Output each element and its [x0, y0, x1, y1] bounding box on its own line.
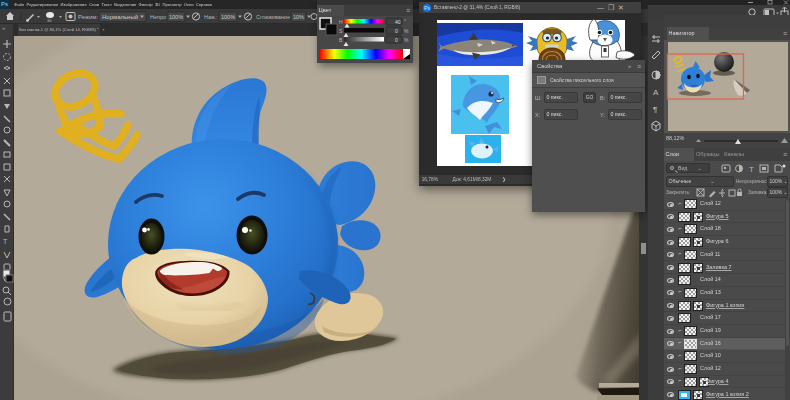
svg-text:«: « — [2, 25, 6, 31]
svg-text:10%: 10% — [293, 14, 304, 20]
svg-text:H: H — [339, 19, 343, 25]
svg-text:T: T — [3, 238, 8, 245]
svg-text:%: % — [404, 28, 409, 34]
svg-text:Нормальный: Нормальный — [102, 14, 138, 20]
svg-text:S: S — [339, 28, 343, 34]
svg-text:¶: ¶ — [653, 105, 657, 114]
svg-text:100%: 100% — [169, 14, 183, 20]
svg-text:Режим:: Режим: — [78, 14, 98, 20]
svg-text:T: T — [749, 165, 754, 174]
svg-text:Наж.:: Наж.: — [204, 14, 218, 20]
svg-text:Сглаживание:: Сглаживание: — [256, 14, 292, 20]
svg-text:A: A — [653, 88, 659, 97]
svg-text:0: 0 — [395, 28, 398, 34]
svg-text:30: 30 — [47, 18, 52, 23]
svg-text:100%: 100% — [221, 14, 235, 20]
svg-text:40: 40 — [395, 19, 401, 25]
svg-text:°: ° — [404, 18, 406, 24]
svg-text:0: 0 — [395, 37, 398, 43]
svg-text:B: B — [339, 37, 343, 43]
svg-text:%: % — [404, 37, 409, 43]
